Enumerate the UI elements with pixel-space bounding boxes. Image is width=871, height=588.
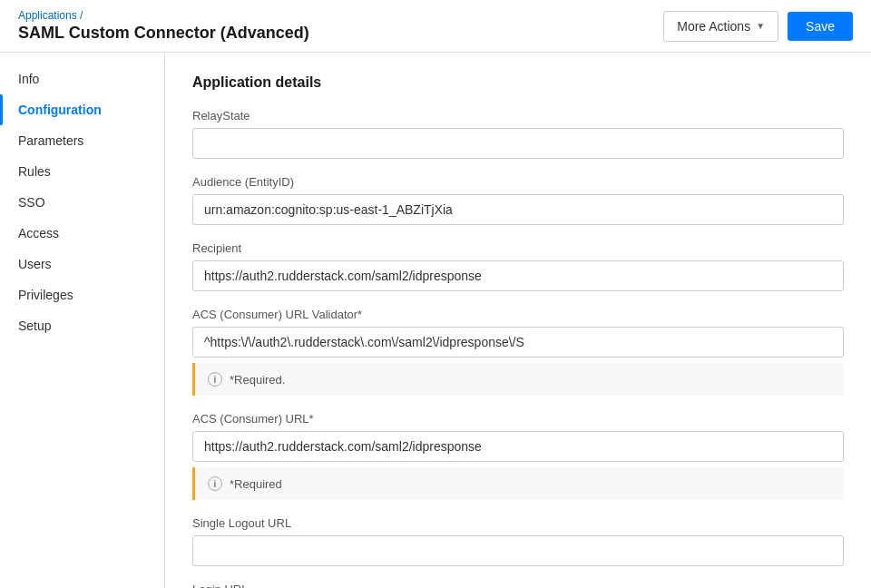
input-single-logout[interactable] [192, 535, 844, 566]
sidebar-item-privileges[interactable]: Privileges [0, 279, 164, 310]
sidebar-item-users[interactable]: Users [0, 249, 164, 279]
sidebar-item-rules[interactable]: Rules [0, 156, 164, 187]
label-audience: Audience (EntityID) [192, 175, 844, 189]
sidebar-item-configuration[interactable]: Configuration [0, 94, 164, 125]
page-header: Applications / SAML Custom Connector (Ad… [0, 0, 871, 53]
sidebar-item-setup[interactable]: Setup [0, 310, 164, 341]
info-icon: i [208, 372, 222, 387]
label-recipient: Recipient [192, 241, 844, 255]
save-button[interactable]: Save [788, 12, 853, 41]
field-group-acs-validator: ACS (Consumer) URL Validator*i*Required. [192, 308, 844, 396]
field-group-single-logout: Single Logout URL [192, 516, 844, 566]
field-group-acs-url: ACS (Consumer) URL*i*Required [192, 412, 844, 500]
alert-acs-url: i*Required [192, 467, 844, 500]
field-group-recipient: Recipient [192, 241, 844, 291]
breadcrumb-link[interactable]: Applications / [18, 9, 83, 22]
label-single-logout: Single Logout URL [192, 516, 844, 530]
chevron-down-icon: ▼ [756, 21, 765, 31]
sidebar-item-info[interactable]: Info [0, 64, 164, 94]
header-actions: More Actions ▼ Save [663, 11, 853, 42]
main-content: Application details RelayStateAudience (… [165, 53, 871, 588]
alert-text-acs-url: *Required [230, 477, 282, 491]
field-group-audience: Audience (EntityID) [192, 175, 844, 225]
header-left: Applications / SAML Custom Connector (Ad… [18, 9, 309, 43]
more-actions-label: More Actions [677, 19, 750, 34]
input-acs-url[interactable] [192, 431, 844, 462]
alert-acs-validator: i*Required. [192, 363, 844, 396]
input-relay-state[interactable] [192, 128, 844, 159]
more-actions-button[interactable]: More Actions ▼ [663, 11, 778, 42]
input-audience[interactable] [192, 194, 844, 225]
page-title: SAML Custom Connector (Advanced) [18, 24, 309, 43]
alert-text-acs-validator: *Required. [230, 373, 285, 387]
label-login-url: Login URL [192, 583, 844, 588]
field-group-login-url: Login URLiOnly required if you select Se… [192, 583, 844, 588]
sidebar-item-access[interactable]: Access [0, 218, 164, 249]
input-acs-validator[interactable] [192, 327, 844, 358]
sidebar-item-parameters[interactable]: Parameters [0, 125, 164, 156]
input-recipient[interactable] [192, 260, 844, 291]
label-relay-state: RelayState [192, 109, 844, 122]
field-group-relay-state: RelayState [192, 109, 844, 159]
label-acs-validator: ACS (Consumer) URL Validator* [192, 308, 844, 321]
sidebar: InfoConfigurationParametersRulesSSOAcces… [0, 53, 165, 588]
section-title: Application details [192, 74, 844, 91]
label-acs-url: ACS (Consumer) URL* [192, 412, 844, 426]
main-layout: InfoConfigurationParametersRulesSSOAcces… [0, 53, 871, 588]
breadcrumb[interactable]: Applications / [18, 9, 309, 22]
sidebar-item-sso[interactable]: SSO [0, 187, 164, 218]
info-icon: i [208, 476, 222, 491]
